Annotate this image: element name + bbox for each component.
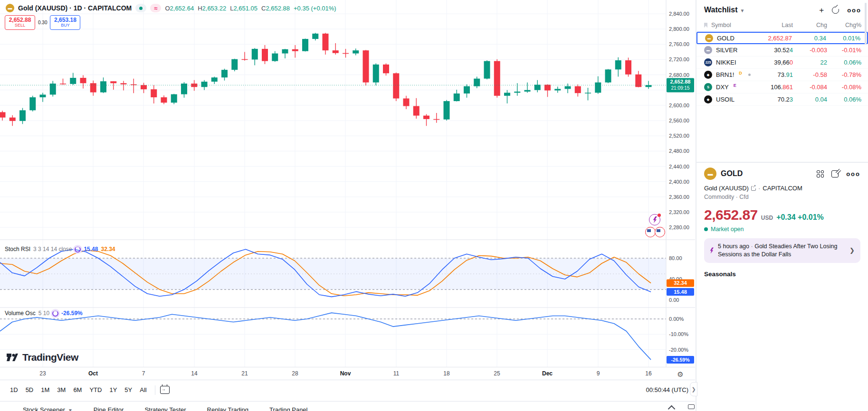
detail-currency: USD <box>761 215 773 221</box>
edit-note-icon[interactable] <box>831 170 839 177</box>
sector-pie-icon[interactable] <box>832 7 839 14</box>
svg-text:2,400.00: 2,400.00 <box>669 179 689 185</box>
stoch-rsi-legend[interactable]: Stoch RSI 3 3 14 14 close 15.48 32.34 <box>5 246 115 252</box>
watchlist-row-usoil[interactable]: ◆USOIL70.230.040.06% <box>696 93 868 106</box>
low-value: 2,651.05 <box>233 5 258 12</box>
watchlist-row-brn1[interactable]: ◆BRN1!D73.91-0.58-0.78% <box>696 69 868 81</box>
bottom-tab-replay-trading[interactable]: Replay Trading <box>207 406 248 411</box>
watchlist-row-gold[interactable]: ▬GOLD2,652.870.340.01% <box>696 32 868 44</box>
symbol-detail: ▬ GOLD ooo Gold (XAUUSD) · CAPITALCOM Co… <box>696 163 868 278</box>
date-axis-label: 28 <box>292 370 298 377</box>
add-symbol-icon[interactable]: + <box>819 6 824 14</box>
clock[interactable]: 00:50:44 (UTC) <box>646 386 688 393</box>
volume-osc-legend[interactable]: Volume Osc 5 10 -26.59% <box>5 310 83 317</box>
chart-area: 2,840.002,800.002,760.002,720.002,680.00… <box>0 0 695 411</box>
detail-exchange[interactable]: CAPITALCOM <box>763 185 802 192</box>
change-value: +0.35 (+0.01%) <box>294 5 336 12</box>
chart-legend: ▬ Gold (XAUUSD) · 1D · CAPITALCOM ≈ O2,6… <box>6 4 336 12</box>
economic-event-flag-icon[interactable] <box>655 227 665 237</box>
svg-text:2,600.00: 2,600.00 <box>669 103 689 108</box>
range-button-1y[interactable]: 1Y <box>106 384 120 395</box>
detail-change: +0.34 <box>776 213 795 221</box>
range-button-3m[interactable]: 3M <box>54 384 69 395</box>
watchlist-row-silver[interactable]: ▬SILVER30.524-0.003-0.01% <box>696 44 868 56</box>
watchlist-title[interactable]: Watchlist▼ <box>704 6 744 14</box>
news-item[interactable]: 5 hours ago · Gold Steadies After Two Lo… <box>704 238 860 263</box>
svg-text:80.00: 80.00 <box>669 255 682 261</box>
market-status-pill[interactable] <box>135 4 146 12</box>
date-axis[interactable]: ⚙ 23Oct7142128Nov111825Dec916 <box>0 367 695 380</box>
symbol-name: SILVER <box>716 47 737 54</box>
range-button-ytd[interactable]: YTD <box>86 384 105 395</box>
watchlist-row-dxy[interactable]: SDXYE106.861-0.084-0.08% <box>696 81 868 93</box>
svg-text:2,760.00: 2,760.00 <box>669 41 689 47</box>
watchlist-more-icon[interactable]: ooo <box>847 7 861 14</box>
axis-settings-gear-icon[interactable]: ⚙ <box>677 370 683 379</box>
column-chg[interactable]: Chg <box>793 22 827 28</box>
range-button-1d[interactable]: 1D <box>7 384 21 395</box>
chg-value: -0.58 <box>793 71 827 78</box>
column-symbol[interactable]: Symbol <box>711 22 752 28</box>
date-axis-label: 23 <box>39 370 46 377</box>
bottom-tab-strategy-tester[interactable]: Strategy Tester <box>144 406 186 411</box>
detail-more-icon[interactable]: ooo <box>846 170 860 177</box>
approx-pill[interactable]: ≈ <box>150 4 161 12</box>
collapse-panel-tab[interactable]: ❯ <box>690 382 697 396</box>
news-flash-icon[interactable] <box>649 214 660 225</box>
price-chart-canvas[interactable]: 2,840.002,800.002,760.002,720.002,680.00… <box>0 0 695 367</box>
range-button-1m[interactable]: 1M <box>38 384 53 395</box>
watchlist-row-nikkei[interactable]: 225NIKKEI39,660220.06% <box>696 56 868 69</box>
date-axis-label: Dec <box>542 370 553 377</box>
svg-text:2,440.00: 2,440.00 <box>669 164 689 169</box>
date-axis-label: 11 <box>393 370 399 377</box>
gold-symbol-icon: ▬ <box>6 4 14 12</box>
maximize-panel-icon[interactable] <box>688 404 695 409</box>
chg-value: 0.04 <box>793 96 827 103</box>
spread-value: 0.30 <box>38 20 47 25</box>
chg-pct-value: -0.01% <box>827 47 861 54</box>
external-link-icon[interactable] <box>751 186 756 191</box>
last-price: 39,660 <box>752 59 793 66</box>
range-button-all[interactable]: All <box>136 384 150 395</box>
date-axis-label: 14 <box>191 370 197 377</box>
goto-date-icon[interactable] <box>160 386 170 394</box>
volume-osc-params: 5 10 <box>38 310 49 317</box>
bottom-toolbar: 1D5D1M3M6MYTD1Y5YAll 00:50:44 (UTC) <box>0 380 695 400</box>
detail-symbol-name[interactable]: GOLD <box>721 169 743 178</box>
bottom-tab-stock-screener[interactable]: Stock Screener▼ <box>23 406 73 411</box>
layout-grid-icon[interactable] <box>817 170 824 177</box>
svg-text:2,480.00: 2,480.00 <box>669 148 689 154</box>
svg-text:2,680.00: 2,680.00 <box>669 72 689 78</box>
high-label: H <box>198 5 202 12</box>
bottom-tab-pine-editor[interactable]: Pine Editor <box>94 406 124 411</box>
chg-pct-value: 0.06% <box>827 59 861 66</box>
expand-panel-icon[interactable] <box>669 404 675 410</box>
tradingview-logo-icon <box>7 352 19 363</box>
open-label: O <box>165 5 170 12</box>
svg-text:2,320.00: 2,320.00 <box>669 209 689 215</box>
detail-change-pct: +0.01% <box>798 213 824 221</box>
range-button-5d[interactable]: 5D <box>22 384 37 395</box>
chg-pct-value: 0.01% <box>826 35 860 42</box>
panel-scrollbar[interactable] <box>865 3 867 45</box>
nikkei-symbol-icon: 225 <box>704 58 712 66</box>
ohlc-values: O2,652.64 H2,653.22 L2,651.05 C2,652.88 … <box>165 5 336 12</box>
range-button-6m[interactable]: 6M <box>70 384 85 395</box>
chg-value: 0.34 <box>792 35 826 42</box>
buy-button[interactable]: 2,653.18 BUY <box>50 15 80 30</box>
svg-text:0.00%: 0.00% <box>669 316 684 322</box>
bottom-tab-trading-panel[interactable]: Trading Panel <box>269 406 307 411</box>
toolbar-divider <box>155 385 155 395</box>
sell-button[interactable]: 2,652.88 SELL <box>5 15 35 30</box>
range-button-5y[interactable]: 5Y <box>121 384 135 395</box>
flag-column-icon[interactable] <box>704 23 707 28</box>
buy-label: BUY <box>61 23 70 28</box>
svg-text:-20.00%: -20.00% <box>669 347 688 353</box>
bottom-tabs-bar: Stock Screener▼Pine EditorStrategy Teste… <box>0 401 695 411</box>
detail-full-name[interactable]: Gold (XAUUSD) <box>704 185 749 192</box>
gold-symbol-icon: ▬ <box>705 34 713 42</box>
economic-event-flag-icon[interactable] <box>645 227 656 237</box>
chart-symbol-title[interactable]: Gold (XAUUSD) · 1D · CAPITALCOM <box>18 4 132 12</box>
column-last[interactable]: Last <box>752 22 793 28</box>
column-chg-pct[interactable]: Chg% <box>827 22 861 28</box>
